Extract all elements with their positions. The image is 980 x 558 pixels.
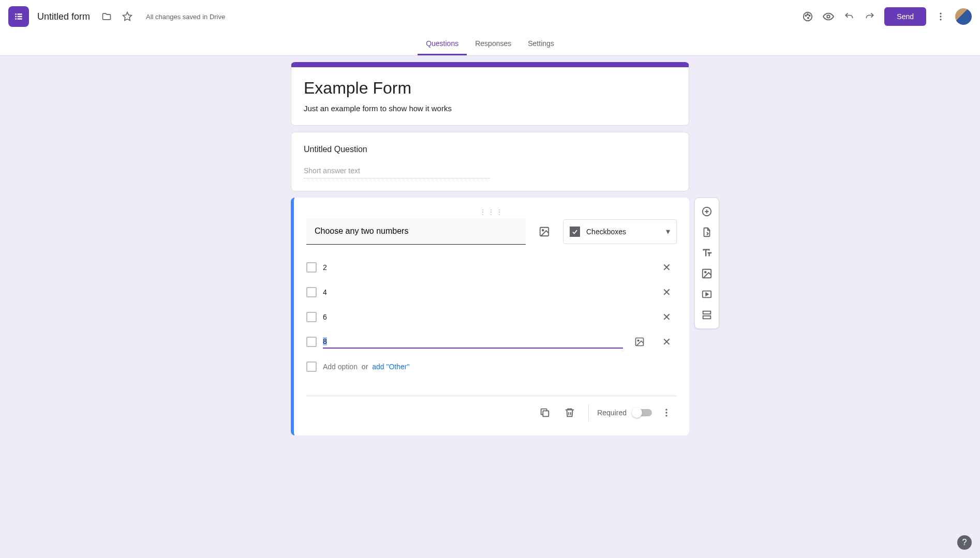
option-row-1[interactable]: 2 ✕ [306, 255, 677, 280]
question-type-label: Checkboxes [586, 228, 660, 236]
undo-button[interactable] [839, 6, 859, 27]
required-label: Required [597, 409, 627, 417]
question-footer: Required [306, 396, 677, 423]
question-card-2-active[interactable]: ⋮⋮⋮ Checkboxes ▾ 2 [291, 198, 689, 435]
remove-option-2-button[interactable]: ✕ [656, 286, 677, 298]
question-title-input[interactable] [306, 218, 526, 245]
duplicate-question-button[interactable] [534, 402, 555, 423]
option-3-text[interactable]: 6 [323, 311, 650, 323]
add-option-link[interactable]: Add option [323, 363, 358, 371]
tab-questions[interactable]: Questions [418, 33, 467, 55]
more-options-button[interactable] [930, 6, 951, 27]
svg-point-8 [806, 15, 807, 16]
import-questions-button[interactable] [695, 222, 719, 243]
remove-option-1-button[interactable]: ✕ [656, 261, 677, 274]
svg-point-26 [705, 272, 706, 273]
form-header-card[interactable]: Example Form Just an example form to sho… [291, 62, 689, 126]
add-title-description-button[interactable] [695, 243, 719, 263]
option-4-text-editing[interactable]: 8 [323, 335, 623, 349]
checkbox-icon [306, 287, 317, 297]
add-image-to-option-button[interactable] [629, 331, 650, 352]
remove-option-4-button[interactable]: ✕ [656, 336, 677, 348]
short-answer-placeholder: Short answer text [304, 167, 490, 178]
form-tabs: Questions Responses Settings [0, 33, 980, 56]
form-description[interactable]: Just an example form to show how it work… [304, 104, 676, 113]
delete-question-button[interactable] [559, 402, 580, 423]
svg-rect-30 [703, 316, 711, 319]
required-toggle[interactable] [633, 409, 652, 416]
divider [588, 404, 589, 421]
question-card-1[interactable]: Untitled Question Short answer text [291, 132, 689, 191]
svg-rect-20 [543, 411, 549, 416]
checkbox-icon [306, 262, 317, 273]
send-button[interactable]: Send [884, 7, 926, 26]
option-row-2[interactable]: 4 ✕ [306, 280, 677, 305]
svg-rect-0 [15, 13, 17, 15]
svg-point-11 [808, 18, 809, 19]
svg-point-23 [665, 415, 667, 416]
add-section-button[interactable] [695, 305, 719, 325]
document-title[interactable]: Untitled form [37, 11, 90, 22]
add-option-row: Add option or add "Other" [306, 354, 677, 379]
chevron-down-icon: ▾ [666, 227, 670, 236]
option-2-text[interactable]: 4 [323, 286, 650, 298]
add-other-link[interactable]: add "Other" [372, 363, 409, 371]
svg-point-19 [637, 340, 639, 341]
drag-handle-icon[interactable]: ⋮⋮⋮ [306, 210, 677, 214]
side-toolbar [694, 198, 719, 329]
checkbox-icon [306, 337, 317, 347]
avatar[interactable] [955, 8, 972, 25]
add-image-to-question-button[interactable] [534, 221, 555, 242]
form-canvas: Example Form Just an example form to sho… [291, 62, 689, 435]
forms-logo-icon [8, 6, 29, 27]
checkbox-icon [306, 361, 317, 372]
or-text: or [362, 363, 368, 371]
checkbox-icon [306, 312, 317, 322]
question-1-title[interactable]: Untitled Question [304, 145, 676, 154]
move-to-folder-button[interactable] [96, 6, 117, 27]
question-more-button[interactable] [656, 402, 677, 423]
option-row-4-editing[interactable]: 8 ✕ [306, 329, 677, 354]
checkbox-type-icon [570, 227, 580, 237]
svg-point-22 [665, 412, 667, 413]
add-video-button[interactable] [695, 284, 719, 305]
add-question-button[interactable] [695, 201, 719, 222]
svg-point-15 [940, 19, 941, 20]
svg-point-21 [665, 409, 667, 411]
svg-point-10 [809, 15, 810, 16]
svg-rect-2 [15, 16, 17, 18]
star-button[interactable] [117, 6, 138, 27]
svg-point-9 [807, 14, 808, 15]
preview-button[interactable] [818, 6, 839, 27]
tab-settings[interactable]: Settings [519, 33, 562, 55]
svg-point-12 [827, 15, 830, 18]
form-title[interactable]: Example Form [304, 79, 676, 98]
tab-responses[interactable]: Responses [467, 33, 519, 55]
svg-rect-5 [18, 18, 22, 20]
redo-button[interactable] [859, 6, 880, 27]
option-row-3[interactable]: 6 ✕ [306, 305, 677, 329]
topbar: Untitled form All changes saved in Drive… [0, 0, 980, 33]
svg-rect-1 [18, 13, 22, 15]
svg-point-17 [542, 229, 544, 231]
add-image-button[interactable] [695, 263, 719, 284]
svg-marker-28 [706, 293, 708, 296]
svg-marker-6 [123, 12, 132, 21]
svg-point-14 [940, 16, 941, 17]
customize-theme-button[interactable] [797, 6, 818, 27]
svg-rect-29 [703, 311, 711, 314]
remove-option-3-button[interactable]: ✕ [656, 311, 677, 323]
save-status-text: All changes saved in Drive [146, 13, 225, 21]
option-1-text[interactable]: 2 [323, 261, 650, 274]
svg-point-13 [940, 13, 941, 14]
question-type-select[interactable]: Checkboxes ▾ [563, 219, 677, 244]
svg-rect-4 [15, 18, 17, 20]
svg-rect-3 [18, 16, 22, 18]
